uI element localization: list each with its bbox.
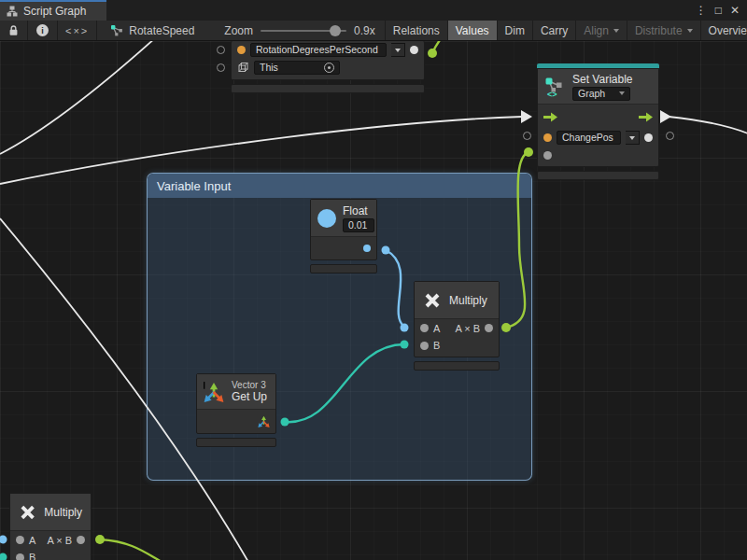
graph-canvas[interactable]: Variable Input: [0, 41, 747, 560]
target-label: This: [260, 62, 278, 74]
zoom-slider[interactable]: [261, 30, 346, 32]
distribute-label: Distribute: [635, 24, 683, 37]
wire-endpoint: [0, 536, 7, 544]
variable-dropdown-button[interactable]: [626, 131, 640, 145]
input-port-ring[interactable]: [217, 63, 225, 72]
wire-endpoint: [524, 147, 533, 157]
wire-endpoint: [95, 535, 105, 544]
unity-script-graph-window: Script Graph ⋮ □ ✕ i <×>: [0, 0, 747, 560]
overview-button[interactable]: Overview: [701, 21, 747, 40]
target-field[interactable]: This: [254, 61, 340, 75]
group-header[interactable]: Variable Input: [148, 174, 531, 198]
menu-icon[interactable]: ⋮: [696, 4, 707, 17]
node-title: Multiply: [44, 506, 82, 519]
port-label-result: A × B: [455, 323, 480, 334]
value-output-port[interactable]: [410, 46, 418, 54]
node-set-variable[interactable]: <> Set Variable Graph: [537, 63, 659, 180]
relations-button[interactable]: Relations: [385, 21, 448, 40]
multiply-icon: [423, 291, 442, 310]
lock-button[interactable]: [0, 21, 28, 40]
variable-name-dropdown[interactable]: ChangePos: [557, 131, 621, 145]
graph-icon: [110, 24, 123, 37]
group-title: Variable Input: [157, 179, 231, 193]
overview-label: Overview: [709, 24, 747, 37]
flow-output-arrow-icon[interactable]: [639, 112, 653, 122]
variable-name-row: RotationDegreesPerSecond: [232, 41, 424, 59]
variable-port[interactable]: [543, 133, 552, 142]
values-button[interactable]: Values: [448, 21, 498, 40]
zoom-slider-handle[interactable]: [330, 25, 341, 36]
node-float-literal[interactable]: Float 0.01: [310, 199, 377, 273]
node-title: Get Up: [232, 390, 267, 403]
port-row-b: B: [415, 337, 499, 354]
wire-endpoint: [428, 49, 437, 58]
control-flow-row: [538, 105, 658, 129]
value-output-port[interactable]: [644, 133, 653, 142]
titlebar: Script Graph ⋮ □ ✕: [0, 0, 747, 21]
node-footer: [414, 361, 500, 371]
wire-endpoint: [0, 553, 7, 560]
chevron-down-icon: [629, 136, 635, 140]
values-label: Values: [456, 24, 489, 37]
code-view-button[interactable]: <×>: [58, 21, 97, 40]
node-footer: [231, 84, 425, 93]
input-port-a[interactable]: [16, 536, 24, 544]
node-type-label: Vector 3: [232, 380, 267, 390]
node-multiply[interactable]: Multiply A A × B B: [414, 281, 500, 371]
zoom-value: 0.9x: [354, 24, 375, 37]
input-port-a[interactable]: [420, 324, 429, 332]
value-input-port[interactable]: [543, 151, 552, 160]
port-row-b: B: [10, 549, 91, 560]
input-port-b[interactable]: [16, 553, 24, 560]
node-multiply-bottom[interactable]: Multiply A A × B B: [9, 493, 92, 560]
dim-button[interactable]: Dim: [498, 21, 533, 40]
node-footer: [310, 264, 377, 273]
output-port[interactable]: [77, 536, 85, 544]
graph-breadcrumb[interactable]: RotateSpeed: [97, 21, 202, 40]
zoom-control: Zoom 0.9x: [215, 21, 384, 40]
dim-label: Dim: [505, 24, 525, 37]
align-button[interactable]: Align: [576, 21, 627, 40]
wire-green-bottom: [100, 539, 162, 560]
float-output-port[interactable]: [363, 245, 371, 252]
wire-arrowhead-out: [660, 110, 671, 123]
port-label-a: A: [433, 323, 440, 334]
wire-white-topleft: [0, 41, 156, 154]
value-input-row: [538, 147, 658, 163]
output-port[interactable]: [485, 324, 493, 332]
distribute-button[interactable]: Distribute: [627, 21, 701, 40]
node-get-up[interactable]: Vector 3 Get Up: [196, 373, 276, 447]
chevron-down-icon: [619, 91, 625, 95]
object-picker-icon[interactable]: [324, 63, 334, 73]
maximize-icon[interactable]: □: [715, 4, 722, 17]
input-port-b[interactable]: [420, 342, 429, 350]
target-row: This: [232, 59, 424, 77]
output-port-ring[interactable]: [666, 132, 674, 140]
node-get-variable[interactable]: RotationDegreesPerSecond This: [231, 41, 425, 93]
port-row-a: A A × B: [415, 319, 499, 337]
graph-name: RotateSpeed: [129, 24, 194, 37]
node-title: Float: [343, 204, 374, 217]
variable-port[interactable]: [237, 46, 246, 54]
flow-input-arrow-icon[interactable]: [543, 112, 557, 122]
float-value-field[interactable]: 0.01: [343, 218, 374, 232]
close-icon[interactable]: ✕: [730, 4, 740, 17]
variable-name-dropdown[interactable]: RotationDegreesPerSecond: [250, 43, 387, 57]
vector3-output-port[interactable]: [258, 415, 270, 427]
node-title: Set Variable: [572, 73, 632, 86]
port-label-result: A × B: [47, 535, 72, 546]
input-port-ring[interactable]: [523, 132, 531, 140]
variable-dropdown-button[interactable]: [391, 43, 405, 57]
node-title: Multiply: [449, 294, 487, 307]
chevron-down-icon: [613, 29, 619, 33]
wire-arrowhead-in: [521, 110, 532, 123]
chevron-down-icon: [395, 49, 401, 52]
chevron-down-icon: [687, 29, 693, 33]
info-button[interactable]: i: [28, 21, 58, 40]
carry-button[interactable]: Carry: [533, 21, 576, 40]
variable-kind-dropdown[interactable]: Graph: [572, 87, 630, 101]
wire-green-getvariable: [432, 41, 443, 53]
input-port-ring[interactable]: [217, 46, 225, 54]
tab-title: Script Graph: [23, 5, 86, 18]
tab-script-graph[interactable]: Script Graph: [0, 0, 106, 21]
